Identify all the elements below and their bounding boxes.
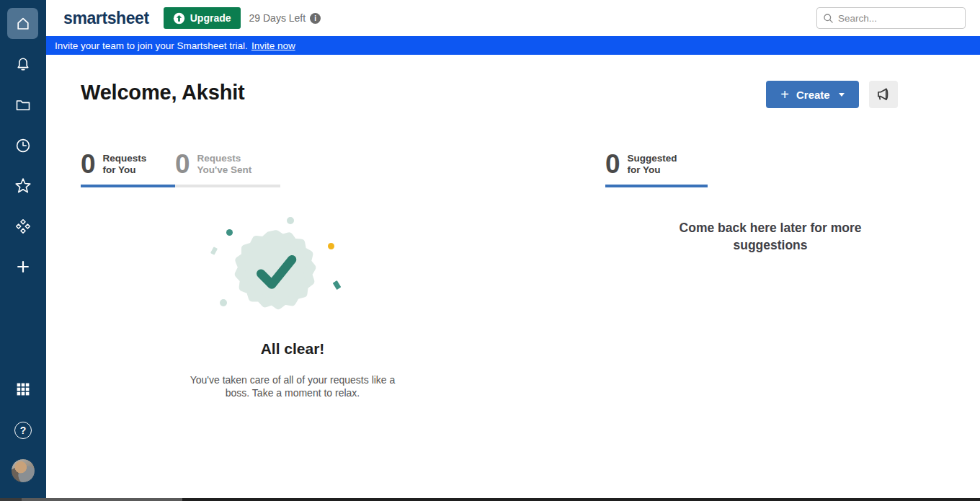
tab-underline (605, 185, 708, 187)
announcements-button[interactable] (869, 81, 898, 108)
chevron-down-icon (839, 93, 845, 97)
confetti-dot-teal (226, 229, 233, 236)
sidebar-item-favorites[interactable] (0, 170, 46, 202)
suggestions-empty-message: Come back here later for more suggestion… (655, 219, 886, 254)
requests-empty-state: All clear! You've taken care of all of y… (184, 212, 401, 399)
star-icon (14, 177, 32, 195)
apps-grid-icon (14, 381, 32, 398)
search-input[interactable] (838, 13, 966, 24)
search-icon (823, 13, 834, 24)
search-box[interactable] (816, 7, 966, 29)
tab-suggested-for-you[interactable]: 0 Suggestedfor You (605, 151, 708, 187)
confetti-dot-mint-top (287, 217, 294, 224)
empty-state-body: You've taken care of all of your request… (184, 373, 401, 399)
check-badge-icon (229, 225, 323, 319)
tab-underline (175, 185, 280, 187)
home-icon (14, 15, 32, 32)
tab-label: RequestsYou've Sent (197, 151, 252, 176)
upgrade-button[interactable]: Upgrade (164, 7, 241, 29)
sidebar-item-home[interactable] (7, 8, 38, 39)
sidebar-item-help[interactable]: ? (0, 414, 46, 446)
page-title: Welcome, Akshit (81, 81, 244, 105)
tab-requests-for-you[interactable]: 0 Requestsfor You (81, 151, 175, 187)
all-clear-illustration (184, 212, 401, 327)
sidebar-item-create-new[interactable] (0, 251, 46, 283)
solution-center-icon (14, 217, 32, 236)
sidebar-item-account[interactable] (0, 455, 46, 487)
upgrade-arrow-icon (173, 12, 185, 25)
tab-count: 0 (175, 151, 190, 177)
tab-requests-youve-sent[interactable]: 0 RequestsYou've Sent (175, 151, 280, 187)
trial-invite-banner: Invite your team to join your Smartsheet… (46, 36, 980, 55)
confetti-dot-yellow (328, 243, 334, 249)
sidebar-item-app-launcher[interactable] (0, 373, 46, 405)
smartsheet-home-page: ? smartsheet Upgrade 29 Days Left i Invi… (0, 0, 980, 501)
banner-text: Invite your team to join your Smartsheet… (55, 40, 248, 51)
confetti-rect-mint (210, 247, 218, 255)
confetti-rect-teal (333, 280, 342, 290)
tab-label: Requestsfor You (103, 151, 147, 176)
clock-icon (14, 137, 32, 154)
scrollbar-corner (0, 498, 22, 501)
create-button[interactable]: + Create (766, 81, 859, 108)
user-avatar (11, 458, 35, 483)
confetti-dot-mint-bottom (220, 299, 227, 306)
sidebar-item-notifications[interactable] (0, 49, 46, 81)
tab-count: 0 (605, 151, 620, 177)
tab-underline (81, 185, 175, 187)
megaphone-icon (874, 85, 893, 104)
smartsheet-logo: smartsheet (63, 9, 149, 28)
sidebar-item-solution-center[interactable] (0, 210, 46, 242)
invite-now-link[interactable]: Invite now (251, 40, 295, 51)
tab-label: Suggestedfor You (628, 151, 677, 176)
bell-icon (14, 56, 32, 74)
top-bar: smartsheet Upgrade 29 Days Left i (46, 0, 980, 36)
main-content: Welcome, Akshit + Create 0 Requestsfor Y… (46, 55, 980, 501)
scrollbar-thumb[interactable] (22, 498, 182, 501)
folder-icon (14, 97, 32, 114)
plus-icon (15, 259, 31, 275)
tab-count: 0 (81, 151, 96, 177)
create-plus-icon: + (780, 88, 789, 101)
trial-days-left: 29 Days Left i (249, 12, 321, 24)
sidebar-item-browse[interactable] (0, 89, 46, 121)
empty-state-title: All clear! (184, 340, 401, 358)
left-sidebar: ? (0, 0, 46, 501)
sidebar-item-recents[interactable] (0, 130, 46, 161)
info-icon[interactable]: i (310, 13, 321, 24)
help-icon: ? (14, 422, 32, 439)
horizontal-scrollbar (0, 498, 980, 501)
